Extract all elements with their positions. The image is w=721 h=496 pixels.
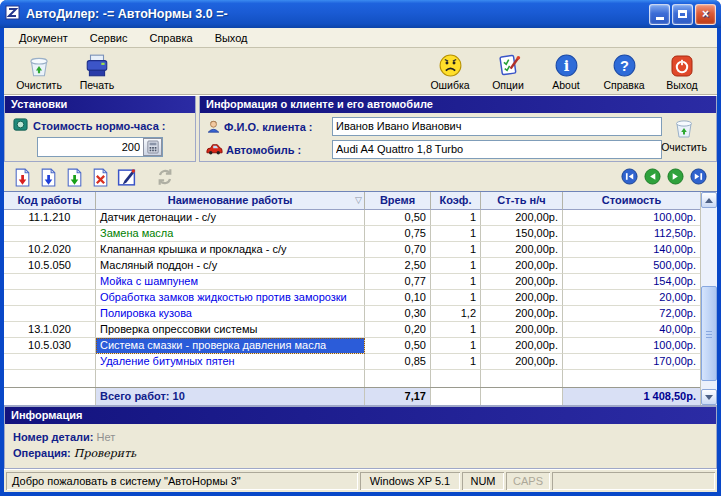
power-icon — [670, 52, 694, 78]
sad-face-icon — [438, 52, 463, 78]
panels-row: Установки Стоимость нормо-часа : Информа… — [4, 95, 717, 162]
menu-service[interactable]: Сервис — [79, 30, 139, 46]
clear-client-button[interactable]: Очистить — [656, 116, 712, 153]
info-panel-header: Информация — [5, 407, 716, 424]
column-header-cost[interactable]: Стоимость — [563, 192, 700, 210]
status-bar: Добро пожаловать в систему "АвтоНормы 3"… — [4, 469, 717, 492]
edit-work-button[interactable] — [115, 166, 138, 188]
printer-icon — [84, 52, 110, 78]
settings-panel-header: Установки — [5, 96, 195, 113]
table-header-row: Код работы Наименование работы▽ Время Ко… — [4, 192, 700, 210]
help-button[interactable]: ? Справка — [595, 51, 653, 91]
total-works-label: Всего работ: 10 — [96, 388, 365, 405]
maximize-button[interactable] — [672, 4, 693, 25]
table-empty-row — [4, 370, 700, 387]
settings-panel: Установки Стоимость нормо-часа : — [4, 96, 196, 162]
prev-record-button[interactable] — [644, 168, 661, 187]
part-number-label: Номер детали: — [13, 431, 93, 443]
column-header-code[interactable]: Код работы — [4, 192, 96, 210]
table-row[interactable]: Обработка замков жидкостью против заморо… — [4, 290, 700, 306]
column-header-rate[interactable]: Ст-ть н/ч — [481, 192, 563, 210]
delete-work-button[interactable] — [89, 166, 112, 188]
scrollbar-thumb[interactable] — [701, 286, 717, 381]
question-circle-icon: ? — [612, 52, 637, 78]
works-table: Код работы Наименование работы▽ Время Ко… — [4, 191, 717, 405]
status-num-lock: NUM — [462, 472, 504, 490]
operation-value: Проверить — [74, 447, 136, 460]
menu-bar: Документ Сервис Справка Выход — [4, 28, 717, 48]
table-row[interactable]: Мойка с шампунем 0,77 1 200,00р. 154,00р… — [4, 274, 700, 290]
refresh-icon — [153, 166, 176, 188]
scrollbar-track[interactable] — [701, 208, 717, 389]
svg-text:?: ? — [620, 58, 629, 74]
table-totals-row: Всего работ: 10 7,17 1 408,50р. — [4, 387, 700, 405]
car-input[interactable] — [332, 140, 662, 159]
app-logo-icon — [5, 5, 21, 24]
vertical-scrollbar[interactable] — [700, 192, 717, 405]
client-panel: Информация о клиенте и его автомобиле Ф.… — [199, 96, 717, 162]
table-row[interactable]: 11.1.210 Датчик детонации - с/у 0,50 1 2… — [4, 210, 700, 226]
car-icon — [206, 144, 226, 156]
client-name-input[interactable] — [332, 117, 662, 136]
exit-button[interactable]: Выход — [653, 51, 711, 91]
column-header-name[interactable]: Наименование работы▽ — [96, 192, 365, 210]
error-button[interactable]: Ошибка — [421, 51, 479, 91]
table-row[interactable]: Удаление битумных пятен 0,85 1 200,00р. … — [4, 354, 700, 370]
table-row-selected[interactable]: 10.5.030 Система смазки - проверка давле… — [4, 338, 700, 354]
part-number-value: Нет — [96, 431, 115, 443]
about-button[interactable]: i About — [537, 51, 595, 91]
sort-indicator-icon: ▽ — [355, 195, 362, 205]
scroll-down-button[interactable] — [701, 389, 717, 405]
scroll-up-button[interactable] — [701, 192, 717, 208]
title-bar: АвтоДилер: -= АвтоНормы 3.0 =- × — [0, 0, 721, 28]
status-os: Windows XP 5.1 — [360, 472, 460, 490]
total-cost: 1 408,50р. — [563, 388, 700, 405]
first-record-button[interactable] — [621, 168, 638, 187]
add-work-red-button[interactable] — [11, 166, 34, 188]
minimize-button[interactable] — [649, 4, 670, 25]
menu-exit[interactable]: Выход — [204, 30, 259, 46]
app-window: АвтоДилер: -= АвтоНормы 3.0 =- × Докумен… — [0, 0, 721, 496]
window-title: АвтоДилер: -= АвтоНормы 3.0 =- — [26, 7, 228, 21]
info-circle-icon: i — [554, 52, 579, 78]
table-row[interactable]: Замена масла 0,75 1 150,00р. 112,50р. — [4, 226, 700, 242]
operation-label: Операция: — [13, 447, 71, 459]
table-row[interactable]: Полировка кузова 0,30 1,2 200,00р. 72,00… — [4, 306, 700, 322]
total-time: 7,17 — [365, 388, 431, 405]
info-panel: Информация Номер детали: Нет Операция: П… — [4, 405, 717, 469]
rate-input-wrap — [37, 137, 163, 157]
close-button[interactable]: × — [695, 4, 716, 25]
options-button[interactable]: Опции — [479, 51, 537, 91]
next-record-button[interactable] — [667, 168, 684, 187]
clear-document-button[interactable]: Очистить — [10, 51, 68, 91]
table-row[interactable]: 10.5.050 Масляный поддон - с/у 2,50 1 20… — [4, 258, 700, 274]
column-header-coef[interactable]: Коэф. — [431, 192, 481, 210]
table-row[interactable]: 13.1.020 Проверка опрессовки системы 0,2… — [4, 322, 700, 338]
menu-help[interactable]: Справка — [138, 30, 203, 46]
table-toolbar — [4, 162, 717, 191]
print-button[interactable]: Печать — [68, 51, 126, 91]
recycle-bin-icon — [26, 52, 52, 78]
car-label: Автомобиль : — [206, 143, 328, 156]
status-empty-segment — [552, 472, 715, 490]
person-icon — [206, 121, 224, 133]
add-work-green-button[interactable] — [63, 166, 86, 188]
calculator-button[interactable] — [143, 138, 162, 156]
main-toolbar: Очистить Печать Ошибка Опции i About — [4, 48, 717, 95]
add-work-blue-button[interactable] — [37, 166, 60, 188]
checklist-icon — [496, 52, 521, 78]
recycle-bin-icon — [672, 116, 696, 141]
column-header-time[interactable]: Время — [365, 192, 431, 210]
last-record-button[interactable] — [690, 168, 707, 187]
rate-label: Стоимость нормо-часа : — [33, 120, 165, 132]
client-panel-header: Информация о клиенте и его автомобиле — [200, 96, 716, 113]
status-message: Добро пожаловать в систему "АвтоНормы 3" — [6, 472, 358, 490]
menu-document[interactable]: Документ — [8, 30, 79, 46]
rate-input[interactable] — [38, 141, 143, 153]
status-caps-lock: CAPS — [506, 472, 550, 490]
record-navigation — [621, 168, 707, 187]
table-row[interactable]: 10.2.020 Клапанная крышка и прокладка - … — [4, 242, 700, 258]
coin-icon — [13, 117, 28, 134]
client-name-label: Ф.И.О. клиента : — [206, 119, 328, 133]
svg-text:i: i — [563, 57, 569, 74]
